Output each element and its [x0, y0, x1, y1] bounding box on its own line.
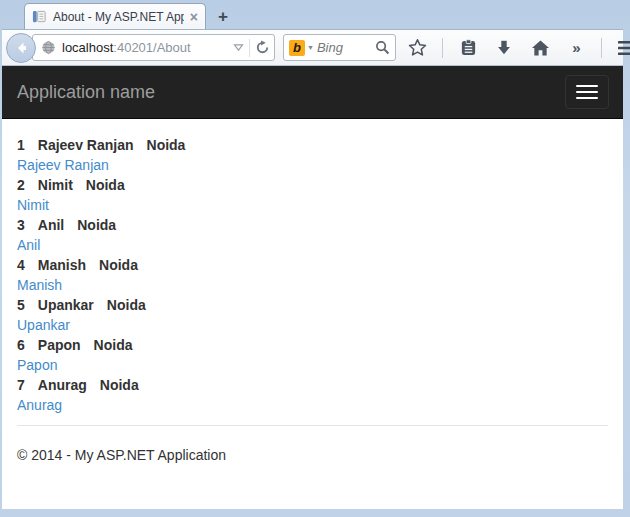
- member-link[interactable]: Anurag: [17, 397, 62, 413]
- member-name: Nimit: [38, 177, 73, 193]
- footer-divider: [17, 425, 608, 426]
- member-row: 7AnuragNoida: [17, 375, 608, 395]
- bing-logo-icon[interactable]: b: [289, 40, 305, 56]
- member-link-row: Nimit: [17, 195, 608, 215]
- member-city: Noida: [94, 337, 133, 353]
- member-link-row: Anil: [17, 235, 608, 255]
- home-icon[interactable]: [529, 37, 551, 59]
- member-id: 2: [17, 177, 25, 193]
- member-city: Noida: [107, 297, 146, 313]
- url-path: :40201/About: [113, 40, 190, 55]
- globe-icon: [41, 40, 56, 55]
- member-link[interactable]: Rajeev Ranjan: [17, 157, 109, 173]
- page-favicon: [32, 9, 47, 24]
- member-id: 6: [17, 337, 25, 353]
- more-tools-icon[interactable]: »: [565, 37, 587, 59]
- member-city: Noida: [77, 217, 116, 233]
- member-id: 1: [17, 137, 25, 153]
- bookmarks-menu-icon[interactable]: [457, 37, 479, 59]
- member-id: 5: [17, 297, 25, 313]
- search-input[interactable]: Bing: [317, 40, 375, 55]
- search-magnifier-icon[interactable]: [375, 40, 390, 55]
- member-link[interactable]: Papon: [17, 357, 57, 373]
- downloads-icon[interactable]: [493, 37, 515, 59]
- navbar-toggle-bar-icon: [576, 91, 598, 93]
- member-id: 3: [17, 217, 25, 233]
- browser-window: About - My ASP.NET Appli... × +: [0, 0, 630, 517]
- member-id: 4: [17, 257, 25, 273]
- url-bar[interactable]: localhost:40201/About: [32, 34, 275, 61]
- bookmark-star-icon[interactable]: [406, 37, 428, 59]
- member-city: Noida: [147, 137, 186, 153]
- navbar-toggle-bar-icon: [576, 97, 598, 99]
- app-navbar: Application name: [2, 66, 623, 119]
- search-bar[interactable]: b ▼ Bing: [283, 34, 396, 61]
- search-engine-caret-icon[interactable]: ▼: [307, 44, 314, 51]
- member-link-row: Upankar: [17, 315, 608, 335]
- member-name: Papon: [38, 337, 81, 353]
- tab-strip: About - My ASP.NET Appli... × +: [2, 0, 623, 29]
- member-link-row: Papon: [17, 355, 608, 375]
- reload-icon[interactable]: [255, 40, 270, 55]
- member-link-row: Anurag: [17, 395, 608, 415]
- members-list: 1Rajeev RanjanNoida Rajeev Ranjan 2Nimit…: [2, 119, 623, 415]
- member-link[interactable]: Nimit: [17, 197, 49, 213]
- member-link[interactable]: Upankar: [17, 317, 70, 333]
- member-id: 7: [17, 377, 25, 393]
- member-row: 5UpankarNoida: [17, 295, 608, 315]
- navigation-toolbar: localhost:40201/About b ▼ Bing: [2, 29, 623, 66]
- member-city: Noida: [100, 377, 139, 393]
- member-row: 3AnilNoida: [17, 215, 608, 235]
- member-link[interactable]: Manish: [17, 277, 62, 293]
- url-dropdown-icon[interactable]: [233, 43, 244, 52]
- member-row: 1Rajeev RanjanNoida: [17, 135, 608, 155]
- member-name: Anil: [38, 217, 64, 233]
- copyright-text: © 2014 - My ASP.NET Application: [17, 447, 608, 463]
- toolbar-divider: [442, 38, 443, 58]
- urlbar-divider: [249, 39, 250, 57]
- member-row: 2NimitNoida: [17, 175, 608, 195]
- member-link-row: Rajeev Ranjan: [17, 155, 608, 175]
- member-name: Manish: [38, 257, 86, 273]
- tab-close-icon[interactable]: ×: [190, 10, 198, 24]
- member-row: 6PaponNoida: [17, 335, 608, 355]
- member-name: Upankar: [38, 297, 94, 313]
- member-row: 4ManishNoida: [17, 255, 608, 275]
- member-link-row: Manish: [17, 275, 608, 295]
- new-tab-button[interactable]: +: [208, 6, 238, 28]
- page-footer: © 2014 - My ASP.NET Application: [2, 425, 623, 463]
- toolbar-divider: [601, 38, 602, 58]
- browser-tab[interactable]: About - My ASP.NET Appli... ×: [24, 3, 206, 29]
- member-name: Anurag: [38, 377, 87, 393]
- member-link[interactable]: Anil: [17, 237, 40, 253]
- app-brand-link[interactable]: Application name: [17, 82, 155, 103]
- tab-title: About - My ASP.NET Appli...: [53, 10, 184, 24]
- back-arrow-icon: [13, 40, 29, 56]
- navbar-toggle-bar-icon: [576, 85, 598, 87]
- menu-hamburger-icon[interactable]: [616, 37, 630, 59]
- url-host: localhost: [62, 40, 113, 55]
- page-viewport: Application name 1Rajeev RanjanNoida Raj…: [2, 66, 623, 509]
- navbar-toggle-button[interactable]: [565, 75, 609, 109]
- back-button[interactable]: [6, 33, 36, 63]
- member-city: Noida: [86, 177, 125, 193]
- member-name: Rajeev Ranjan: [38, 137, 134, 153]
- member-city: Noida: [99, 257, 138, 273]
